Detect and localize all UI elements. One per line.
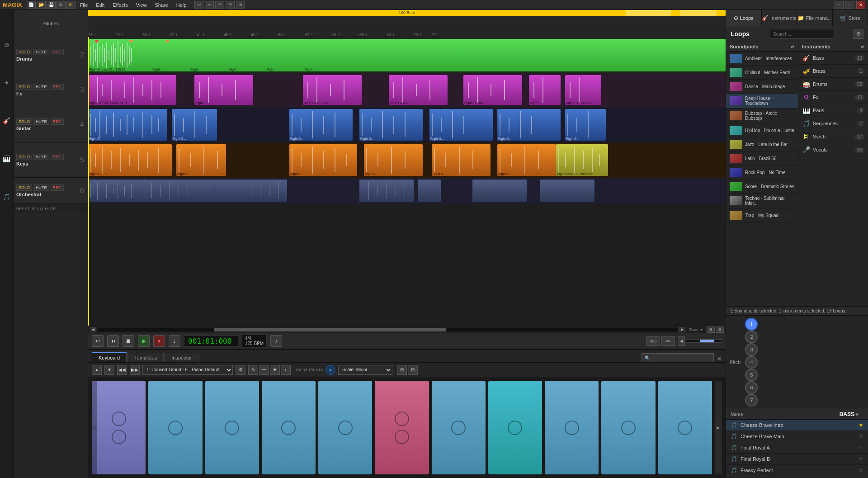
right-tab-filemanager[interactable]: 📁 File mana... — [797, 10, 833, 26]
instrument-item-4[interactable]: 🎹Pads8 — [798, 104, 868, 117]
fx-rec-btn[interactable]: REC — [51, 84, 64, 90]
transport-loop-btn[interactable]: ↩ — [92, 335, 104, 347]
vol-left-btn[interactable]: ◀ — [678, 336, 685, 346]
soundpool-item-2[interactable]: Dance - Main Stage — [726, 80, 798, 94]
pitch-btn-1[interactable]: 1 — [745, 318, 758, 331]
pad-7[interactable] — [432, 381, 486, 474]
timeline-scrollbar[interactable]: ◀ ▶ Zoom ▾ ⊞ ⊟ — [88, 326, 726, 333]
left-icon-star[interactable]: ✦ — [1, 77, 12, 88]
menu-edit[interactable]: Edit — [92, 1, 108, 9]
toolbar-magix[interactable]: M — [66, 1, 75, 9]
soundpool-item-8[interactable]: Rock Pop - No Time — [726, 166, 798, 180]
transport-back-btn[interactable]: ⏮ — [107, 335, 119, 347]
pitch-btn-7[interactable]: 7 — [745, 394, 758, 407]
pad-10[interactable] — [601, 381, 655, 474]
soundpool-item-9[interactable]: Score - Dramatic Stories — [726, 180, 798, 194]
fx-hute-btn[interactable]: HUTE — [33, 84, 49, 90]
soundpool-item-5[interactable]: HipHop - I'm on a Hustle — [726, 123, 798, 137]
arranger-btn[interactable]: ≡≡ — [661, 336, 675, 346]
loop-item-1[interactable]: 🎵Cheeze Brave Main☆ — [726, 431, 868, 442]
loop-star-2[interactable]: ☆ — [859, 445, 863, 451]
scroll-right-btn[interactable]: ▶ — [679, 327, 685, 332]
pitch-btn-4[interactable]: 4 — [745, 356, 758, 369]
instrument-item-1[interactable]: 🎺Brass1 — [798, 65, 868, 78]
bottom-search-input[interactable] — [642, 353, 714, 362]
bottom-close-btn[interactable]: ✕ — [717, 355, 722, 362]
pitch-btn-5[interactable]: 5 — [745, 369, 758, 381]
pad-6[interactable] — [375, 381, 429, 474]
right-tab-loops[interactable]: ⊙ Loops — [726, 10, 762, 26]
menu-view[interactable]: View — [132, 1, 151, 9]
loops-settings-btn[interactable]: ⚙ — [854, 29, 863, 39]
pad-1[interactable] — [92, 381, 146, 474]
pad-2[interactable] — [148, 381, 202, 474]
zoom-label[interactable]: Zoom ▾ — [689, 327, 703, 332]
kb-edit-btn2[interactable]: 〜 — [259, 365, 269, 375]
kb-edit-btn1[interactable]: ✎ — [248, 365, 258, 375]
menu-help[interactable]: Help — [173, 1, 190, 9]
fx-solo-btn[interactable]: SOLO — [16, 84, 32, 90]
tab-inspector[interactable]: Inspector — [165, 353, 198, 362]
keys-solo-btn[interactable]: SOLO — [16, 154, 32, 160]
kb-edit-btn3[interactable]: ✱ — [270, 365, 280, 375]
scale-select[interactable]: Scale: Major — [338, 365, 392, 375]
soundpools-settings-btn[interactable]: ⇄ — [791, 44, 794, 49]
right-tab-instruments[interactable]: 🎸 Instruments — [762, 10, 797, 26]
kb-range-btn[interactable]: ⊞ — [397, 365, 407, 375]
kb-expand-btn[interactable]: ⊟ — [408, 365, 418, 375]
instrument-item-3[interactable]: ⚙Fx12 — [798, 91, 868, 104]
loop-star-0[interactable]: ★ — [859, 422, 863, 428]
soundpool-item-11[interactable]: Trap - My Squad — [726, 208, 798, 222]
soundpool-item-1[interactable]: Chillout - Mother Earth — [726, 66, 798, 80]
toolbar-open[interactable]: 📂 — [37, 1, 46, 9]
instrument-item-0[interactable]: 🎸Bass13 — [798, 52, 868, 65]
toolbar-cut[interactable]: ✂ — [205, 1, 214, 9]
kb-toggle[interactable]: ● — [326, 365, 335, 375]
tab-templates[interactable]: Templates — [127, 353, 164, 362]
tab-keyboard[interactable]: Keyboard — [92, 352, 127, 362]
pad-11[interactable] — [658, 381, 712, 474]
loop-item-0[interactable]: 🎵Cheeze Brave Intro★ — [726, 420, 868, 431]
loop-item-4[interactable]: 🎵Freaky Perfect☆ — [726, 465, 868, 476]
orch-solo-btn[interactable]: SOLO — [16, 185, 32, 191]
transport-record-btn[interactable]: ● — [153, 335, 165, 347]
menu-share[interactable]: Share — [151, 1, 171, 9]
kb-rewind-btn[interactable]: ◀◀ — [117, 365, 127, 375]
loop-item-3[interactable]: 🎵Final Royal B☆ — [726, 454, 868, 465]
soundpool-item-10[interactable]: Techno - Subliminal Infer... — [726, 194, 798, 208]
drums-hute-btn[interactable]: HUTE — [33, 49, 49, 55]
guitar-rec-btn[interactable]: REC — [51, 118, 64, 125]
instrument-item-2[interactable]: 🥁Drums52 — [798, 78, 868, 91]
soundpool-item-6[interactable]: Jazz - Late in the Bar — [726, 137, 798, 151]
pitch-btn-3[interactable]: 3 — [745, 343, 758, 356]
orch-hute-btn[interactable]: HUTE — [33, 185, 49, 191]
guitar-hute-btn[interactable]: HUTE — [33, 118, 49, 125]
toolbar-redo[interactable]: ↷ — [226, 1, 235, 9]
window-minimize[interactable]: ─ — [835, 1, 844, 9]
menu-effects[interactable]: Effects — [109, 1, 131, 9]
pad-4[interactable] — [262, 381, 316, 474]
pad-3[interactable] — [205, 381, 259, 474]
loops-search-input[interactable] — [770, 29, 833, 39]
instrument-item-7[interactable]: 🎤Vocals35 — [798, 143, 868, 156]
loop-item-2[interactable]: 🎵Final Royal A☆ — [726, 442, 868, 454]
scroll-thumb[interactable] — [214, 328, 446, 331]
instrument-item-5[interactable]: 🎵Sequences7 — [798, 117, 868, 130]
pitch-btn-6[interactable]: 6 — [745, 381, 758, 394]
toolbar-settings[interactable]: ⚙ — [57, 1, 66, 9]
soundpool-item-0[interactable]: Ambient - Interferences — [726, 52, 798, 66]
transport-stop-btn[interactable]: ⏹ — [123, 335, 134, 347]
window-close[interactable]: ✕ — [856, 1, 865, 9]
toolbar-new[interactable]: 📄 — [27, 1, 36, 9]
loop-star-4[interactable]: ☆ — [859, 467, 863, 473]
pad-5[interactable] — [318, 381, 372, 474]
pitch-btn-2[interactable]: 2 — [745, 331, 758, 343]
loop-star-3[interactable]: ☆ — [859, 456, 863, 462]
transport-metronome-btn[interactable]: ♩ — [169, 335, 180, 347]
guitar-solo-btn[interactable]: SOLO — [16, 118, 32, 125]
progress-bar[interactable] — [88, 10, 726, 16]
drums-solo-btn[interactable]: SOLO — [16, 49, 32, 55]
instrument-select[interactable]: 1: Concert Grand LE - Piano Default — [142, 365, 233, 375]
pads-scroll-right[interactable]: ▶ — [715, 381, 722, 474]
drums-rec-btn[interactable]: REC — [51, 49, 64, 55]
